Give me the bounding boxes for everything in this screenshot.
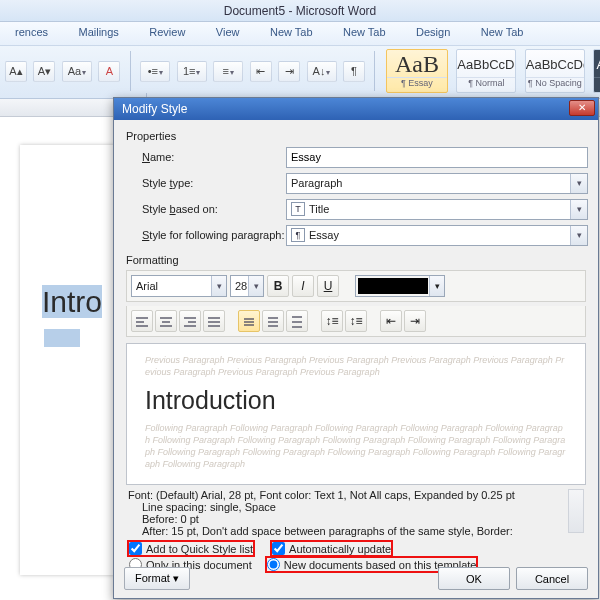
numbering-button[interactable]: 1≡ (177, 61, 207, 82)
format-toolbar: Arial▾ 28▾ B I U ▾ (126, 270, 586, 302)
sort-button[interactable]: A↓ (307, 61, 337, 82)
font-color-swatch[interactable]: ▾ (355, 275, 445, 297)
tab-review[interactable]: Review (136, 22, 198, 42)
style-heading1[interactable]: AABBCCHeading 1 (593, 49, 600, 93)
bullets-button[interactable]: •≡ (140, 61, 170, 82)
dialog-title: Modify Style (122, 102, 187, 116)
scrollbar[interactable] (568, 489, 584, 533)
dialog-titlebar[interactable]: Modify Style ✕ (114, 98, 598, 120)
ok-button[interactable]: OK (438, 567, 510, 590)
based-on-combo[interactable]: TTitle▾ (286, 199, 588, 220)
style-normal[interactable]: AaBbCcDdI¶ Normal (456, 49, 516, 93)
shrink-font-button[interactable]: A▾ (33, 61, 55, 82)
format-toolbar-row2: ↕≡ ↕≡ ⇤ ⇥ (126, 306, 586, 337)
preview-pane: Previous Paragraph Previous Paragraph Pr… (126, 343, 586, 485)
spacing-2-button[interactable] (286, 310, 308, 332)
indent-button[interactable]: ⇥ (278, 61, 300, 82)
chevron-down-icon[interactable]: ▾ (570, 174, 587, 193)
justify-button[interactable] (203, 310, 225, 332)
multilevel-button[interactable]: ≡ (213, 61, 243, 82)
close-icon[interactable]: ✕ (569, 100, 595, 116)
italic-button[interactable]: I (292, 275, 314, 297)
based-on-label: Style based on: (142, 203, 286, 215)
align-center-button[interactable] (155, 310, 177, 332)
style-nospacing[interactable]: AaBbCcDdI¶ No Spacing (525, 49, 585, 93)
size-select[interactable]: 28▾ (230, 275, 264, 297)
tab-references[interactable]: rences (2, 22, 61, 42)
space-before-dec-button[interactable]: ↕≡ (345, 310, 367, 332)
spacing-1-5-button[interactable] (262, 310, 284, 332)
underline-button[interactable]: U (317, 275, 339, 297)
title-style-icon: T (291, 202, 305, 216)
indent-dec-button[interactable]: ⇤ (380, 310, 402, 332)
tab-newtab-3[interactable]: New Tab (468, 22, 537, 42)
align-left-button[interactable] (131, 310, 153, 332)
name-input[interactable] (286, 147, 588, 168)
grow-font-button[interactable]: A▴ (5, 61, 27, 82)
format-menu-button[interactable]: Format ▾ (124, 567, 190, 590)
font-select[interactable]: Arial▾ (131, 275, 227, 297)
clear-format-button[interactable]: A (98, 61, 120, 82)
spacing-1-button[interactable] (238, 310, 260, 332)
document-page[interactable]: Intro (20, 145, 115, 575)
selection-handle (44, 329, 80, 347)
tab-view[interactable]: View (203, 22, 253, 42)
following-label: Style for following paragraph: (142, 229, 286, 241)
properties-group-label: Properties (126, 130, 588, 142)
auto-update-check[interactable]: Automatically update (271, 541, 392, 556)
following-combo[interactable]: ¶Essay▾ (286, 225, 588, 246)
preview-sample-text: Introduction (145, 384, 567, 418)
style-type-label: Style type: (142, 177, 286, 189)
dedent-button[interactable]: ⇤ (250, 61, 272, 82)
ribbon-tabs: rences Mailings Review View New Tab New … (0, 22, 600, 46)
tab-mailings[interactable]: Mailings (65, 22, 131, 42)
app-titlebar: Document5 - Microsoft Word (0, 0, 600, 22)
align-right-button[interactable] (179, 310, 201, 332)
change-case-button[interactable]: Aa (62, 61, 92, 82)
formatting-group-label: Formatting (126, 254, 588, 266)
indent-inc-button[interactable]: ⇥ (404, 310, 426, 332)
cancel-button[interactable]: Cancel (516, 567, 588, 590)
chevron-down-icon[interactable]: ▾ (570, 200, 587, 219)
modify-style-dialog: Modify Style ✕ Properties Name: Style ty… (113, 97, 599, 599)
chevron-down-icon[interactable]: ▾ (211, 276, 226, 296)
show-marks-button[interactable]: ¶ (343, 61, 365, 82)
space-before-inc-button[interactable]: ↕≡ (321, 310, 343, 332)
chevron-down-icon[interactable]: ▾ (570, 226, 587, 245)
style-description: Font: (Default) Arial, 28 pt, Font color… (128, 489, 584, 537)
tab-newtab-1[interactable]: New Tab (257, 22, 326, 42)
tab-design[interactable]: Design (403, 22, 463, 42)
style-essay[interactable]: AaB¶ Essay (386, 49, 448, 93)
add-quick-style-check[interactable]: Add to Quick Style list (128, 541, 254, 556)
bold-button[interactable]: B (267, 275, 289, 297)
name-label: Name: (142, 151, 286, 163)
ribbon: A▴ A▾ Aa A •≡ 1≡ ≡ ⇤ ⇥ A↓ ¶ AaB¶ Essay A… (0, 46, 600, 99)
chevron-down-icon[interactable]: ▾ (429, 276, 444, 296)
style-type-combo[interactable]: Paragraph▾ (286, 173, 588, 194)
chevron-down-icon[interactable]: ▾ (248, 276, 263, 296)
tab-newtab-2[interactable]: New Tab (330, 22, 399, 42)
para-style-icon: ¶ (291, 228, 305, 242)
document-text[interactable]: Intro (42, 285, 102, 319)
